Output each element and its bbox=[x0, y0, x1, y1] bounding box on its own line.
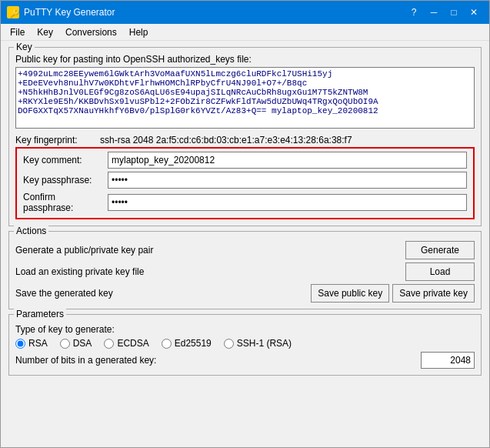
bits-row: Number of bits in a generated key: bbox=[15, 352, 475, 369]
menu-bar: File Key Conversions Help bbox=[1, 24, 489, 41]
fingerprint-value: ssh-rsa 2048 2a:f5:cd:c6:bd:03:cb:e1:a7:… bbox=[100, 135, 352, 145]
public-key-textarea[interactable] bbox=[15, 67, 475, 129]
parameters-group-label: Parameters bbox=[14, 309, 66, 319]
load-button[interactable]: Load bbox=[405, 262, 475, 281]
load-label: Load an existing private key file bbox=[15, 266, 405, 277]
radio-ed25519[interactable]: Ed25519 bbox=[162, 338, 212, 349]
confirm-passphrase-label: Confirm passphrase: bbox=[23, 192, 108, 213]
app-icon: 🔑 bbox=[7, 6, 19, 18]
radio-dsa-label: DSA bbox=[73, 338, 92, 349]
menu-conversions[interactable]: Conversions bbox=[59, 25, 123, 39]
radio-row: RSA DSA ECDSA Ed25519 SSH-1 (RSA) bbox=[15, 338, 475, 349]
key-fields-box: Key comment: Key passphrase: Confirm pas… bbox=[15, 147, 475, 219]
key-group: Key Public key for pasting into OpenSSH … bbox=[8, 47, 482, 226]
key-comment-row: Key comment: bbox=[23, 152, 467, 169]
save-public-key-button[interactable]: Save public key bbox=[311, 284, 389, 303]
save-private-key-button[interactable]: Save private key bbox=[392, 284, 475, 303]
menu-help[interactable]: Help bbox=[123, 25, 155, 39]
bits-input[interactable] bbox=[421, 352, 475, 369]
radio-ecdsa-label: ECDSA bbox=[117, 338, 148, 349]
title-bar: 🔑 PuTTY Key Generator ? ─ □ ✕ bbox=[1, 1, 489, 24]
type-label: Type of key to generate: bbox=[15, 324, 475, 335]
main-content: Key Public key for pasting into OpenSSH … bbox=[1, 41, 489, 447]
bits-label: Number of bits in a generated key: bbox=[15, 355, 421, 366]
minimize-button[interactable]: ─ bbox=[425, 5, 443, 20]
menu-key[interactable]: Key bbox=[31, 25, 59, 39]
radio-dsa-input[interactable] bbox=[60, 339, 70, 349]
key-passphrase-label: Key passphrase: bbox=[23, 175, 108, 186]
fingerprint-row: Key fingerprint: ssh-rsa 2048 2a:f5:cd:c… bbox=[15, 135, 475, 145]
parameters-group: Parameters Type of key to generate: RSA … bbox=[8, 314, 482, 376]
load-row: Load an existing private key file Load bbox=[15, 262, 475, 281]
public-key-label: Public key for pasting into OpenSSH auth… bbox=[15, 54, 475, 65]
fingerprint-label: Key fingerprint: bbox=[15, 135, 100, 145]
save-buttons: Save public key Save private key bbox=[311, 284, 475, 303]
main-window: 🔑 PuTTY Key Generator ? ─ □ ✕ File Key C… bbox=[0, 0, 490, 448]
generate-button[interactable]: Generate bbox=[405, 241, 475, 259]
radio-ed25519-input[interactable] bbox=[162, 339, 172, 349]
window-title: PuTTY Key Generator bbox=[24, 7, 400, 18]
radio-rsa-label: RSA bbox=[28, 338, 48, 349]
title-bar-buttons: ? ─ □ ✕ bbox=[405, 5, 483, 20]
save-row: Save the generated key Save public key S… bbox=[15, 284, 475, 303]
generate-label: Generate a public/private key pair bbox=[15, 245, 405, 256]
generate-row: Generate a public/private key pair Gener… bbox=[15, 241, 475, 259]
svg-text:🔑: 🔑 bbox=[9, 8, 19, 18]
actions-group-label: Actions bbox=[14, 226, 48, 236]
radio-ed25519-label: Ed25519 bbox=[175, 338, 212, 349]
radio-ecdsa-input[interactable] bbox=[104, 339, 114, 349]
save-label: Save the generated key bbox=[15, 288, 311, 299]
confirm-passphrase-input[interactable] bbox=[108, 194, 467, 211]
key-passphrase-row: Key passphrase: bbox=[23, 172, 467, 189]
close-button[interactable]: ✕ bbox=[465, 5, 483, 20]
key-comment-input[interactable] bbox=[108, 152, 467, 169]
key-passphrase-input[interactable] bbox=[108, 172, 467, 189]
actions-group: Actions Generate a public/private key pa… bbox=[8, 231, 482, 309]
menu-file[interactable]: File bbox=[4, 25, 31, 39]
radio-dsa[interactable]: DSA bbox=[60, 338, 92, 349]
confirm-passphrase-row: Confirm passphrase: bbox=[23, 192, 467, 213]
key-group-label: Key bbox=[14, 42, 35, 52]
public-key-section: Public key for pasting into OpenSSH auth… bbox=[15, 54, 475, 131]
radio-rsa[interactable]: RSA bbox=[15, 338, 48, 349]
radio-rsa-input[interactable] bbox=[15, 339, 25, 349]
radio-ssh1-label: SSH-1 (RSA) bbox=[237, 338, 292, 349]
radio-ssh1[interactable]: SSH-1 (RSA) bbox=[224, 338, 292, 349]
radio-ssh1-input[interactable] bbox=[224, 339, 234, 349]
help-button[interactable]: ? bbox=[405, 5, 423, 20]
maximize-button[interactable]: □ bbox=[445, 5, 463, 20]
key-comment-label: Key comment: bbox=[23, 155, 108, 165]
radio-ecdsa[interactable]: ECDSA bbox=[104, 338, 148, 349]
